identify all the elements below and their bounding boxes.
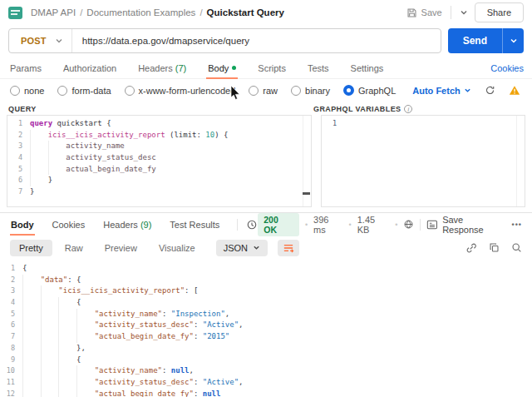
graphql-variables-editor[interactable]: 1 [321, 115, 525, 207]
response-toolbar: Pretty Raw Preview Visualize JSON [0, 236, 532, 260]
radio-icon [10, 86, 20, 96]
body-modified-dot [232, 66, 236, 70]
code-line[interactable]: 8}, [0, 343, 532, 355]
code-line[interactable]: 3"icis__icis_activity_report": [ [0, 285, 532, 297]
response-tab-body[interactable]: Body [10, 215, 35, 235]
dot-separator: • [305, 221, 308, 229]
warning-icon[interactable] [509, 85, 520, 96]
send-options-chevron-icon[interactable] [502, 28, 524, 53]
code-line[interactable]: 7"actual_begin_date_fy": "2015" [0, 331, 532, 343]
mode-x-www-form-urlencoded[interactable]: x-www-form-urlencoded [125, 86, 236, 96]
overview-marker [303, 192, 310, 195]
wrap-lines-icon[interactable] [278, 240, 299, 256]
send-button[interactable]: Send [448, 28, 502, 53]
save-options-chevron-icon[interactable] [460, 8, 468, 17]
breadcrumb-folder[interactable]: Documentation Examples [86, 7, 195, 17]
floppy-save-icon [406, 7, 417, 18]
tab-params[interactable]: Params [8, 59, 43, 78]
response-body-viewer[interactable]: 1{2"data": {3"icis__icis_activity_report… [0, 260, 532, 397]
dot-separator: • [349, 221, 352, 229]
response-size[interactable]: 1.45 KB [357, 215, 390, 235]
link-icon[interactable] [466, 242, 477, 254]
share-button[interactable]: Share [475, 2, 524, 22]
editors-row: 1query quickstart {2icis__icis_activity_… [0, 115, 532, 207]
code-line[interactable]: 9{ [0, 355, 532, 366]
breadcrumb-separator: / [200, 7, 202, 17]
code-line[interactable]: 7} [7, 186, 311, 198]
network-globe-icon[interactable] [403, 219, 414, 230]
mode-binary[interactable]: binary [291, 86, 330, 96]
code-line[interactable]: 12"actual_begin_date_fy": null [0, 389, 532, 397]
response-time[interactable]: 396 ms [313, 215, 343, 235]
breadcrumb-collection[interactable]: DMAP API [31, 7, 76, 17]
search-icon[interactable] [511, 242, 522, 253]
code-line[interactable]: 1 [322, 118, 525, 130]
mode-graphql[interactable]: GraphQL [343, 85, 396, 96]
copy-icon[interactable] [489, 242, 500, 253]
headers-count: (7) [175, 63, 186, 73]
code-line[interactable]: 6} [7, 175, 311, 186]
request-header: DMAP API / Documentation Examples / Quic… [0, 0, 532, 25]
chevron-down-icon [464, 87, 471, 94]
cookies-link[interactable]: Cookies [490, 63, 524, 73]
code-line[interactable]: 11"activity_status_desc": "Active", [0, 377, 532, 389]
view-raw[interactable]: Raw [56, 240, 92, 256]
view-visualize[interactable]: Visualize [150, 240, 204, 256]
tab-scripts[interactable]: Scripts [256, 59, 288, 78]
code-line[interactable]: 4activity_status_desc [7, 152, 311, 164]
breadcrumb-separator: / [80, 7, 82, 17]
request-url-row: POST https://data.epa.gov/dmapservice/qu… [0, 25, 532, 58]
chevron-down-icon [253, 244, 260, 251]
response-tab-cookies[interactable]: Cookies [52, 215, 86, 235]
code-line[interactable]: 10"activity_name": null, [0, 365, 532, 377]
variables-code: 1 [322, 118, 525, 130]
code-line[interactable]: 1{ [0, 263, 532, 275]
code-line[interactable]: 5actual_begin_date_fy [7, 164, 311, 176]
url-box: POST https://data.epa.gov/dmapservice/qu… [8, 28, 441, 53]
method-chevron-icon[interactable] [55, 37, 63, 45]
code-line[interactable]: 2"data": { [0, 275, 532, 286]
more-options-icon[interactable]: ••• [512, 221, 522, 229]
url-input[interactable]: https://data.epa.gov/dmapservice/query [72, 36, 259, 46]
code-line[interactable]: 6"activity_status_desc": "Active", [0, 320, 532, 331]
response-tab-headers[interactable]: Headers (9) [102, 215, 152, 235]
tab-headers[interactable]: Headers (7) [136, 59, 188, 78]
info-icon[interactable]: i [404, 105, 412, 113]
code-line[interactable]: 2icis__icis_activity_report (limit: 10) … [7, 130, 311, 141]
mode-form-data[interactable]: form-data [57, 86, 111, 96]
editor-labels: QUERY GRAPHQL VARIABLES i [0, 102, 532, 115]
save-response-button[interactable]: Save Response [426, 215, 505, 235]
body-mode-row: none form-data x-www-form-urlencoded raw… [0, 79, 532, 102]
status-badge[interactable]: 200 OK [258, 213, 299, 236]
mode-none[interactable]: none [10, 86, 44, 96]
refresh-schema-icon[interactable] [485, 85, 495, 96]
code-line[interactable]: 3activity_name [7, 141, 311, 152]
scrollbar-track[interactable] [516, 116, 517, 206]
format-dropdown[interactable]: JSON [216, 240, 268, 256]
graphql-query-editor[interactable]: 1query quickstart {2icis__icis_activity_… [7, 115, 312, 207]
code-line[interactable]: 1query quickstart { [7, 118, 311, 130]
code-line[interactable]: 4{ [0, 297, 532, 309]
divider [420, 219, 421, 231]
tab-tests[interactable]: Tests [306, 59, 331, 78]
dot-separator: • [395, 221, 397, 229]
radio-icon [249, 86, 259, 96]
radio-icon [125, 86, 135, 96]
tab-settings[interactable]: Settings [349, 59, 386, 78]
tab-body[interactable]: Body [206, 59, 238, 78]
view-pretty[interactable]: Pretty [10, 240, 52, 256]
mode-raw[interactable]: raw [249, 86, 278, 96]
radio-icon [291, 86, 301, 96]
method-selector[interactable]: POST [9, 36, 55, 46]
view-preview[interactable]: Preview [96, 240, 146, 256]
auto-fetch-dropdown[interactable]: Auto Fetch [412, 86, 470, 96]
save-button[interactable]: Save [406, 7, 442, 18]
divider [237, 219, 238, 231]
code-line[interactable]: 5"activity_name": "Inspection", [0, 309, 532, 320]
variables-panel-title: GRAPHQL VARIABLES i [313, 105, 412, 113]
breadcrumb-request-name[interactable]: Quickstart Query [207, 7, 284, 17]
history-clock-icon[interactable] [246, 219, 258, 231]
tab-authorization[interactable]: Authorization [62, 59, 118, 78]
response-tab-test-results[interactable]: Test Results [169, 215, 220, 235]
save-label: Save [421, 7, 442, 17]
